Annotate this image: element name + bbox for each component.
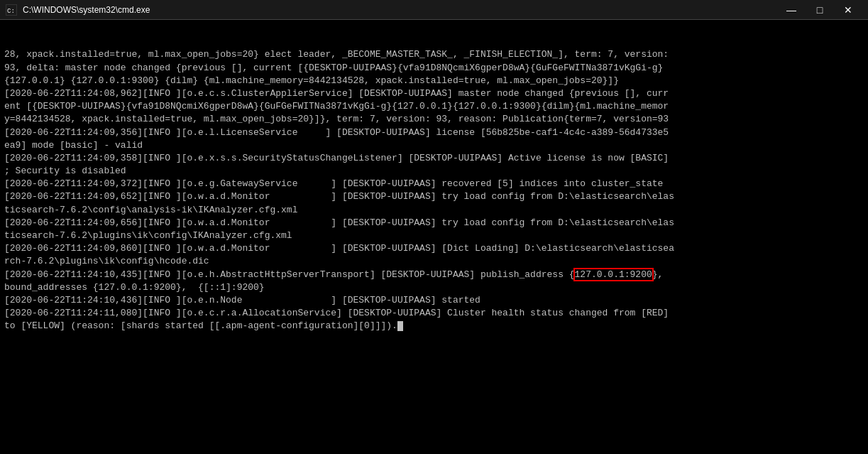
console-line: [2020-06-22T11:24:09,656][INFO ][o.w.a.d… [4,217,864,229]
console-line: ticsearch-7.6.2\config\analysis-ik\IKAna… [4,204,864,217]
console-line: 28, xpack.installed=true, ml.max_open_jo… [4,48,864,61]
close-button[interactable]: ✕ [834,0,862,20]
console-line: ent [{DESKTOP-UUIPAAS}{vfa91D8NQcmiX6gpe… [4,100,864,113]
cmd-icon: C: [6,4,17,16]
title-bar-controls: — □ ✕ [777,0,862,20]
window-title: C:\WINDOWS\system32\cmd.exe [23,5,150,15]
cursor [397,321,403,331]
console-line: [2020-06-22T11:24:09,860][INFO ][o.w.a.d… [4,242,864,255]
title-bar: C: C:\WINDOWS\system32\cmd.exe — □ ✕ [0,0,868,20]
console-line: to [YELLOW] (reason: [shards started [[.… [4,320,864,333]
console-line: [2020-06-22T11:24:09,652][INFO ][o.w.a.d… [4,190,864,203]
title-bar-left: C: C:\WINDOWS\system32\cmd.exe [6,4,150,16]
console-line: rch-7.6.2\plugins\ik\config\hcode.dic [4,255,864,268]
maximize-button[interactable]: □ [806,0,834,20]
minimize-button[interactable]: — [777,0,806,20]
console-line: [2020-06-22T11:24:10,435][INFO ][o.e.h.A… [4,269,864,281]
svg-text:C:: C: [7,8,15,15]
console-line: 93, delta: master node changed {previous… [4,62,864,75]
console-line: [2020-06-22T11:24:09,358][INFO ][o.e.x.s… [4,152,864,165]
console-line: y=8442134528, xpack.installed=true, ml.m… [4,113,864,126]
console-line: [2020-06-22T11:24:11,080][INFO ][o.e.c.r… [4,307,864,320]
console-line: [2020-06-22T11:24:09,372][INFO ][o.e.g.G… [4,178,864,190]
console-line: [2020-06-22T11:24:10,436][INFO ][o.e.n.N… [4,294,864,307]
console-line: bound_addresses {127.0.0.1:9200}, {[::1]… [4,281,864,294]
console-line: ; Security is disabled [4,165,864,178]
console-line: ea9] mode [basic] - valid [4,139,864,152]
console-line: ticsearch-7.6.2\plugins\ik\config\IKAnal… [4,229,864,242]
console-line: [2020-06-22T11:24:08,962][INFO ][o.e.c.s… [4,87,864,100]
console-line: [2020-06-22T11:24:09,356][INFO ][o.e.l.L… [4,126,864,139]
window: C: C:\WINDOWS\system32\cmd.exe — □ ✕ 28,… [0,0,868,454]
console-line: {127.0.0.1} {127.0.0.1:9300} {dilm} {ml.… [4,75,864,87]
highlighted-address: 127.0.0.1:9200 [575,269,652,280]
console-output: 28, xpack.installed=true, ml.max_open_jo… [0,20,868,454]
